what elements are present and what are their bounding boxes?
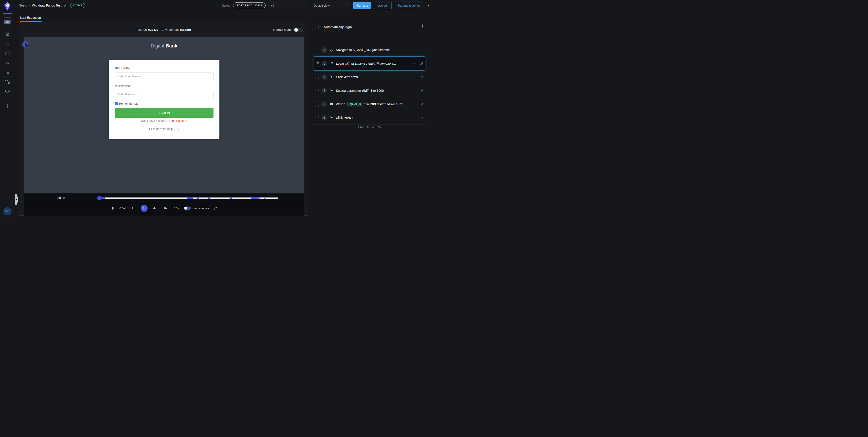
speed-4x[interactable]: 4x <box>151 205 158 212</box>
breadcrumb-tests[interactable]: Tests <box>20 4 27 7</box>
test-video-frame[interactable]: Digital Bank USER NAME PASSWORD Remember… <box>24 37 304 193</box>
play-button-icon[interactable] <box>111 206 115 210</box>
execution-panel: Test run 922433 Environment staging Inte… <box>19 22 308 216</box>
speed-2x[interactable]: 2x <box>141 205 148 212</box>
drag-handle-icon[interactable] <box>315 88 318 94</box>
settings-gear-icon[interactable] <box>5 103 10 108</box>
step-number: 3 <box>321 74 327 80</box>
remember-me-checkbox[interactable] <box>115 102 118 105</box>
step-number: 1 <box>321 47 327 53</box>
step-row-5[interactable]: 5 Write " ${AMT_1}" in INPUT with id amo… <box>314 97 425 111</box>
home-icon[interactable] <box>5 32 10 37</box>
interact-mode-toggle[interactable] <box>294 28 303 32</box>
help-link[interactable]: Click here for help (P3) <box>109 127 219 131</box>
step-divider <box>314 124 425 125</box>
password-label: PASSWORD <box>115 84 131 87</box>
step-number: 4 <box>321 88 327 93</box>
speed-0.5x[interactable]: 0.5x <box>119 205 126 212</box>
toggle-knob <box>184 207 187 210</box>
params-config-button[interactable]: Params & config <box>395 2 423 9</box>
navigate-link-icon <box>330 48 334 52</box>
password-input[interactable] <box>115 91 214 98</box>
version-select[interactable]: v0 <box>269 2 308 9</box>
sidebar: AI DB DC <box>0 0 15 218</box>
environment-label: Environment <box>162 28 179 31</box>
drag-handle-icon[interactable] <box>315 74 318 80</box>
edit-step-pencil-icon[interactable] <box>420 89 424 92</box>
automatically-login-label: Automatically login <box>324 25 352 29</box>
step-row-4[interactable]: 4 Setting parameter AMT_1 to 1000 <box>314 84 425 97</box>
app-logo-icon: AI <box>4 2 11 11</box>
username-label: USER NAME <box>115 67 131 69</box>
tests-flask-icon[interactable] <box>5 41 10 46</box>
skip-inactive-toggle[interactable] <box>184 207 191 210</box>
runs-list-icon[interactable] <box>5 70 10 75</box>
run-test-button[interactable]: Run test <box>353 2 371 9</box>
run-header: Test run 922433 Environment staging <box>19 22 308 37</box>
user-avatar[interactable]: DC <box>3 207 11 215</box>
timeline-activity-segment <box>208 197 210 199</box>
sidebar-collapse-handle[interactable] <box>15 194 18 205</box>
click-cursor-icon <box>330 75 334 79</box>
plan-tree-icon[interactable] <box>5 79 10 84</box>
step-text: Write " <box>336 102 346 106</box>
step-row-3[interactable]: 3 Click Withdraw <box>314 70 425 84</box>
interact-mode-label: Interact mode <box>273 28 291 31</box>
data-table-icon[interactable] <box>5 51 10 56</box>
edit-step-pencil-icon[interactable] <box>420 75 424 79</box>
more-options-kebab-icon[interactable] <box>427 3 430 8</box>
step-number: 2 <box>322 61 327 66</box>
speed-16x[interactable]: 16x <box>173 205 180 212</box>
bank-login-card: USER NAME PASSWORD Remember Me SIGN IN D… <box>109 60 219 139</box>
step-row-6[interactable]: 6 Click INPUT <box>314 111 425 124</box>
version-select-value: v0 <box>271 4 274 7</box>
sign-in-button[interactable]: SIGN IN <box>115 108 214 118</box>
project-badge: DB <box>4 20 11 24</box>
fullscreen-expand-icon[interactable] <box>213 206 217 210</box>
recordings-camera-icon[interactable] <box>5 89 10 94</box>
step-text: Setting parameter <box>336 89 362 92</box>
tab-last-execution[interactable]: Last Execution <box>20 16 41 22</box>
edit-step-pencil-icon[interactable] <box>420 116 424 120</box>
step-row-1[interactable]: 1 Navigate to ${BASE_URL}/bank/home <box>314 43 425 56</box>
expand-step-chevron-down-icon[interactable] <box>412 62 416 65</box>
automatically-login-checkbox[interactable] <box>315 25 319 29</box>
edit-step-pencil-icon[interactable] <box>420 102 424 106</box>
project-switcher-button[interactable]: DB <box>3 18 12 26</box>
topbar: Tests › Withdraw Funds Test ACTIVE Suite… <box>15 0 434 11</box>
edit-step-pencil-icon[interactable] <box>420 62 424 65</box>
live-edit-button[interactable]: Live edit <box>374 2 392 9</box>
toggle-knob <box>294 28 298 32</box>
timeline-playhead[interactable] <box>97 196 101 200</box>
step-text: Login with username : jsmith@demo.io a..… <box>336 62 405 65</box>
drag-handle-icon[interactable] <box>315 101 318 107</box>
step-row-2-selected[interactable]: 2 Login with username : jsmith@demo.io a… <box>314 57 425 70</box>
step-text: Click <box>336 116 344 120</box>
steps-settings-gear-icon[interactable] <box>420 24 425 28</box>
drag-handle-icon[interactable] <box>315 115 318 121</box>
parameter-chip: ${AMT_1} <box>347 102 363 106</box>
speed-1x[interactable]: 1x <box>130 205 137 212</box>
suite-pill[interactable]: POST PROD 112224 <box>233 2 266 8</box>
edit-title-pencil-icon[interactable] <box>63 4 67 7</box>
active-project-indicator <box>3 13 12 14</box>
timeline-activity-segment <box>197 197 199 199</box>
timeline-activity-segment <box>187 197 193 199</box>
suites-columns-icon[interactable] <box>5 60 10 65</box>
view-select[interactable]: Default view <box>311 2 350 9</box>
timeline-activity-segment <box>257 197 260 199</box>
page-title: Withdraw Funds Test <box>32 4 61 7</box>
drag-handle-icon[interactable] <box>315 61 319 67</box>
app-logo[interactable]: AI <box>0 0 15 13</box>
total-time: 01:22 <box>260 196 268 200</box>
tab-bar: Last Execution <box>15 11 41 22</box>
timeline-track[interactable] <box>99 197 278 198</box>
sign-up-link[interactable]: Sign Up Here <box>169 119 187 122</box>
step-text: Navigate to ${BASE_URL}/bank/home <box>336 48 405 52</box>
username-input[interactable] <box>115 72 214 80</box>
test-run-label: Test run <box>136 28 147 31</box>
view-select-value: Default view <box>313 4 330 7</box>
current-time: 00:00 <box>57 196 65 200</box>
test-run-id: 922433 <box>148 28 158 31</box>
speed-8x[interactable]: 8x <box>162 205 169 212</box>
